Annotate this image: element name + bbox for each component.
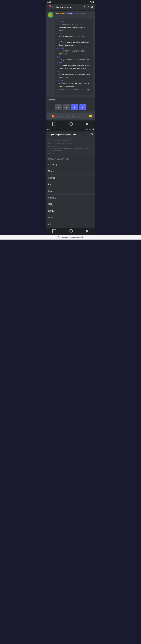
recents-button[interactable] [86,122,89,126]
svg-rect-6 [92,130,92,130]
top-bar-actions [83,6,94,9]
watermark-bar: المسموحة ضوئيا بـ CamScanner [0,234,141,240]
nav-next-button[interactable]: › [71,104,78,110]
hash-icon-2: # [48,133,49,136]
preview-channel-name: Epistemophilics #general-chat-2 [48,139,93,141]
nav-last-button[interactable]: » [79,104,86,110]
selection-header: Make a selection [46,156,95,162]
watermark-text: المسموحة ضوئيا بـ CamScanner [58,236,84,238]
chevron-right-icon: › [92,98,93,101]
channel-name-2: Epistemophilics #general-chat-2 [50,134,78,136]
pin-icon[interactable] [83,6,86,9]
message-area: 🐸 Dank Memer ✓ BOT Today at 8:45 PM bala… [46,10,95,97]
hamburger-button[interactable]: 1 [48,5,50,9]
cmd-blackjack-desc: ↳ Play and bet against the bot in blackj… [59,50,92,56]
cmd-daily-desc: ↳ Get some coins daily, and build up a d… [59,73,92,79]
signal-bars-icon [92,1,94,3]
currency-bar[interactable]: Currency › [46,97,95,103]
screen2: A:1:1 [46,128,95,234]
system-nav-1 [46,120,95,128]
preview-cmd-balance: balance [48,146,54,148]
cmd-deposit[interactable]: deposit [57,79,63,81]
screen2-top-bar: # Epistemophilics #general-chat-2 [46,132,95,138]
selection-item-utility[interactable]: Utility [46,201,95,208]
svg-rect-7 [92,129,92,130]
cmd-blackjack[interactable]: blackjack [57,47,65,49]
channel-info: # Epistemophilics #general-chat-2 [48,133,78,136]
nav-prev-button[interactable]: ‹ [63,104,70,110]
embed-box: balance ↳ Check your coin balance, or so… [54,19,93,95]
add-attachment-button[interactable]: + [49,114,50,118]
svg-rect-4 [93,1,94,3]
recents-button-2[interactable] [86,230,89,233]
status-left-1: A:1:0 [47,1,51,3]
status-left-2: A:1:1 [47,129,51,130]
emoji-button[interactable]: 🙂 [89,114,92,118]
cmd-beg[interactable]: beg [57,38,60,40]
preview-cmd-bankrob: bankrob [48,152,55,154]
selection-item-image[interactable]: Image [46,188,95,194]
selection-item-nsfw[interactable]: Nsfw [46,214,95,221]
system-nav-2 [46,228,95,234]
currency-label: Currency [48,98,56,101]
selection-item-all[interactable]: All [46,221,95,228]
cmd-crime[interactable]: crime [57,62,62,64]
wifi-icon [89,1,91,3]
user-profile-icon[interactable] [91,6,94,9]
gift-button[interactable]: 🎁 [52,114,55,118]
nav-first-button[interactable]: « [55,104,62,110]
selection-item-currency[interactable]: Currency [46,162,95,168]
channel-name: play-to-win-prem... [55,6,81,8]
alarm-icon [86,128,88,131]
message-username: Dank Memer [54,12,66,14]
mention-icon[interactable] [87,6,90,9]
preview-chat-text: 0x: ldk, it's more subtle I think [48,142,93,144]
screen1: A:1:0 1 [46,0,95,128]
svg-rect-3 [93,2,93,3]
screen2-preview: Epistemophilics #general-chat-2 0x: ldk,… [46,138,95,156]
bot-avatar: 🐸 [48,12,53,18]
bot-badge: ✓ BOT [67,12,72,14]
selection-item-fun[interactable]: Fun [46,181,95,188]
cmd-crime-desc: ↳ Commit a crime for a chance to win som… [59,64,92,70]
message-meta: Dank Memer ✓ BOT Today at 8:45 PM [54,12,85,14]
cmd-bankrob-desc: ↳ Rob someone's bank storage! [59,35,92,38]
embed-footer: pls help <cmd> to see more details — Pag… [57,88,92,94]
status-bar-2: A:1:1 [46,128,95,132]
gear-button[interactable] [90,133,93,136]
back-button-2[interactable] [52,229,56,233]
message-input[interactable]: Message #play-to-win-prem... [56,115,88,117]
message-input-bar: + 🎁 Message #play-to-win-prem... 🙂 [47,113,94,119]
cmd-buy-desc: ↳ Buy currency items from the shop! [59,58,92,61]
channel-hash-icon: # [52,6,54,9]
selection-item-memey[interactable]: Memey [46,168,95,175]
signal-bars-icon-2 [92,128,94,130]
cmd-bankrob[interactable]: bankrob [57,32,64,34]
selection-item-config[interactable]: Config [46,208,95,214]
selection-item-games[interactable]: Games [46,175,95,181]
top-bar: 1 # play-to-win-prem... [46,4,95,10]
status-bar-1: A:1:0 [46,0,95,4]
nav-buttons: « ‹ › » [46,103,95,111]
message-content: balance ↳ Check your coin balance, or so… [54,19,93,95]
svg-point-5 [90,130,90,130]
cmd-daily[interactable]: daily [57,70,61,72]
svg-rect-8 [93,129,93,130]
svg-rect-9 [93,128,94,130]
status-right-1 [89,1,94,3]
selection-panel: Make a selection Currency Memey Games Fu… [46,156,95,228]
cmd-balance[interactable]: balance [57,20,64,22]
cmd-balance-desc: ↳ Check your coin balance, or someone el… [59,23,92,32]
back-button[interactable] [52,122,56,126]
home-button[interactable] [69,122,73,126]
selection-item-animals[interactable]: Animals [46,194,95,201]
embed-content: balance ↳ Check your coin balance, or so… [57,20,92,88]
cmd-beg-desc: ↳ Beg strangers for coins, and some item… [59,41,92,47]
svg-point-0 [90,2,90,3]
notification-badge: 1 [49,5,51,7]
message-header: 🐸 Dank Memer ✓ BOT Today at 8:45 PM [48,12,93,18]
message-time: Today at 8:45 PM [73,12,86,14]
svg-rect-1 [92,2,92,3]
cmd-buy[interactable]: buy [57,56,60,58]
home-button-2[interactable] [69,229,73,233]
